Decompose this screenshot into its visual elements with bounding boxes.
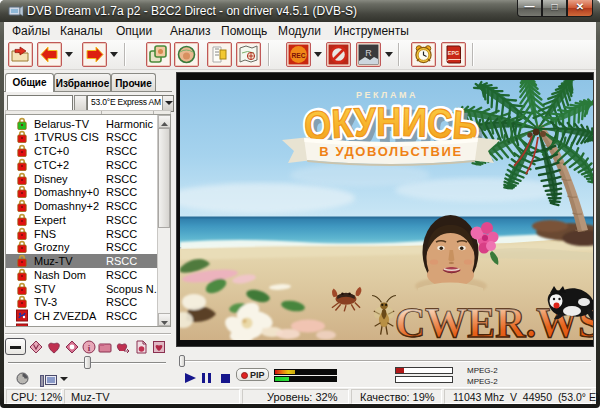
- svg-text:R: R: [365, 48, 372, 58]
- svg-text:РЕКЛАМА: РЕКЛАМА: [356, 90, 418, 100]
- svg-text:EPG: EPG: [448, 50, 459, 56]
- svg-text:REC: REC: [292, 52, 306, 59]
- svg-text:В УДОВОЛЬСТВИЕ: В УДОВОЛЬСТВИЕ: [319, 144, 463, 159]
